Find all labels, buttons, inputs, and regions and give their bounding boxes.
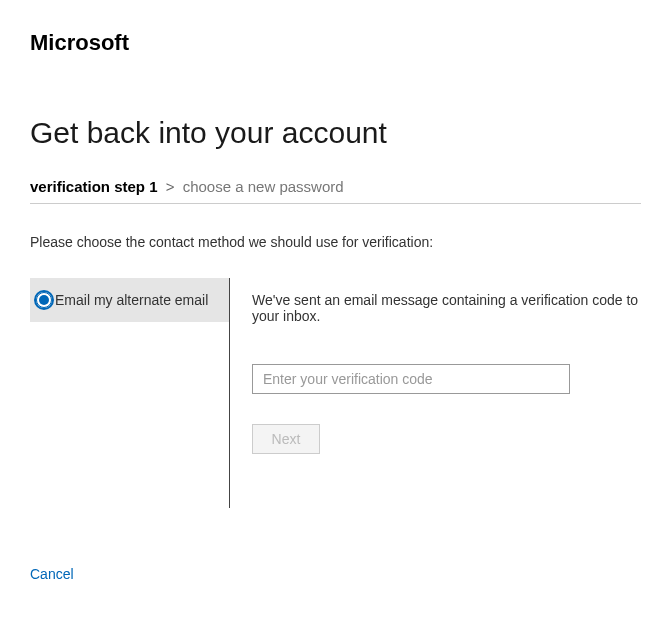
- method-list: Email my alternate email: [30, 278, 230, 508]
- verification-panel: We've sent an email message containing a…: [230, 278, 641, 508]
- method-label: Email my alternate email: [55, 292, 208, 308]
- cancel-link[interactable]: Cancel: [30, 566, 74, 582]
- instruction-text: Please choose the contact method we shou…: [30, 234, 641, 250]
- verification-code-input[interactable]: [252, 364, 570, 394]
- step-inactive: choose a new password: [183, 178, 344, 195]
- next-button[interactable]: Next: [252, 424, 320, 454]
- step-breadcrumb: verification step 1 > choose a new passw…: [30, 178, 641, 204]
- method-email-alternate[interactable]: Email my alternate email: [30, 278, 229, 322]
- step-separator: >: [162, 178, 179, 195]
- step-active: verification step 1: [30, 178, 158, 195]
- page-title: Get back into your account: [30, 116, 641, 150]
- brand-logo: Microsoft: [30, 30, 641, 56]
- radio-icon: [36, 292, 52, 308]
- sent-message: We've sent an email message containing a…: [252, 292, 641, 324]
